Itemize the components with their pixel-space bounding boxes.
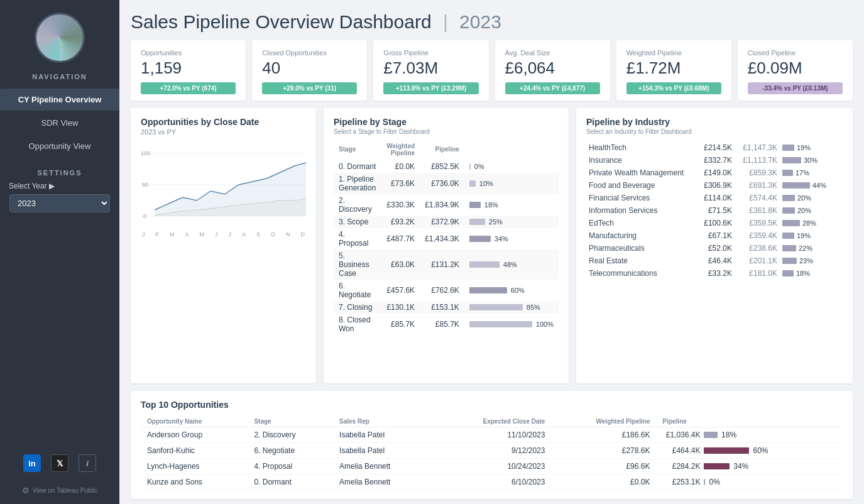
- stage-weighted: £63.0K: [381, 249, 420, 280]
- top10-table: Opportunity Name Stage Sales Rep Expecte…: [141, 416, 843, 490]
- stage-bar-cell: 100%: [464, 314, 559, 335]
- pipeline-industry-panel: Pipeline by Industry Select an Industry …: [576, 108, 853, 383]
- industry-val1: £71.5K: [689, 204, 735, 217]
- industry-name: Pharmaceuticals: [586, 242, 689, 255]
- nav-label: NAVIGATION: [32, 73, 87, 80]
- industry-row[interactable]: Pharmaceuticals £52.0K £238.6K 22%: [586, 242, 843, 255]
- industry-row[interactable]: Private Wealth Management £149.0K £859.3…: [586, 167, 843, 179]
- industry-name: EdTech: [586, 217, 689, 229]
- stage-row[interactable]: 8. Closed Won £85.7K £85.7K 100%: [334, 314, 559, 335]
- industry-val1: £33.2K: [689, 267, 735, 280]
- industry-row[interactable]: HealthTech £214.5K £1,147.3K 19%: [586, 141, 843, 154]
- linkedin-icon[interactable]: in: [23, 454, 41, 472]
- industry-val2: £574.4K: [735, 192, 780, 204]
- stage-weighted: £73.6K: [381, 173, 420, 194]
- industry-row[interactable]: Food and Beverage £306.9K £691.3K 44%: [586, 179, 843, 192]
- twitter-icon[interactable]: 𝕏: [51, 454, 68, 472]
- industry-row[interactable]: Telecommunications £33.2K £181.0K 18%: [586, 267, 843, 280]
- kpi-label-4: Weighted Pipeline: [626, 49, 721, 57]
- stage-pipeline: £85.7K: [420, 314, 464, 335]
- stage-bar-cell: 48%: [464, 249, 559, 280]
- stage-bar-cell: 60%: [464, 280, 559, 301]
- stage-row[interactable]: 2. Discovery £330.3K £1,834.9K 18%: [334, 194, 559, 216]
- top10-rep: Isabella Patel: [333, 427, 434, 443]
- stage-row[interactable]: 1. Pipeline Generation £73.6K £736.0K 10…: [334, 173, 559, 194]
- industry-row[interactable]: Financial Services £114.0K £574.4K 20%: [586, 192, 843, 204]
- sidebar-item-opportunity-view[interactable]: Opportunity View: [0, 135, 119, 157]
- tableau-public-link[interactable]: ⚙ View on Tableau Public: [22, 481, 97, 504]
- top10-weighted: £278.6K: [551, 443, 656, 459]
- industry-row[interactable]: Information Services £71.5K £361.8K 20%: [586, 204, 843, 217]
- logo: [35, 13, 85, 63]
- stage-row[interactable]: 4. Proposal £487.7K £1,434.3K 34%: [334, 228, 559, 249]
- stage-weighted: £0.0K: [381, 160, 420, 173]
- industry-val1: £67.1K: [689, 229, 735, 242]
- industry-row[interactable]: Insurance £332.7K £1,113.7K 30%: [586, 154, 843, 167]
- tableau-link-icon: ⚙: [22, 486, 30, 495]
- industry-val2: £1,147.3K: [735, 141, 780, 154]
- top10-close: 11/10/2023: [434, 427, 552, 443]
- industry-row[interactable]: EdTech £100.6K £359.5K 28%: [586, 217, 843, 229]
- industry-val2: £1,113.7K: [735, 154, 780, 167]
- industry-bar-cell: 44%: [780, 179, 843, 192]
- kpi-value-5: £0.09M: [748, 59, 843, 77]
- industry-table: HealthTech £214.5K £1,147.3K 19% Insuran…: [586, 141, 843, 280]
- settings-label: SETTINGS: [37, 169, 82, 177]
- kpi-avg-deal-size: Avg. Deal Size £6,064 +24.4% vs PY (£4,8…: [495, 40, 610, 101]
- stage-row[interactable]: 3. Scope £93.2K £372.9K 25%: [334, 216, 559, 228]
- stage-row[interactable]: 5. Business Case £63.0K £131.2K 48%: [334, 249, 559, 280]
- top10-row[interactable]: Anderson Group 2. Discovery Isabella Pat…: [141, 427, 843, 443]
- stage-weighted: £85.7K: [381, 314, 420, 335]
- kpi-label-2: Gross Pipeline: [383, 49, 478, 57]
- stage-name: 7. Closing: [334, 301, 381, 314]
- industry-name: Food and Beverage: [586, 179, 689, 192]
- sidebar-item-sdr-view[interactable]: SDR View: [0, 112, 119, 134]
- year-select[interactable]: 2023 2022 2021: [9, 194, 110, 212]
- svg-text:0: 0: [143, 213, 146, 219]
- top10-col-pipeline: Pipeline: [656, 416, 843, 427]
- industry-bar-cell: 20%: [780, 192, 843, 204]
- pipeline-stage-subtitle: Select a Stage to Filter Dashboard: [334, 128, 559, 135]
- kpi-row: Opportunities 1,159 +72.0% vs PY (674) C…: [131, 40, 853, 101]
- top10-weighted: £0.0K: [551, 474, 656, 490]
- industry-bar-cell: 19%: [780, 229, 843, 242]
- industry-name: Insurance: [586, 154, 689, 167]
- pipeline-col-header: Pipeline: [420, 141, 464, 160]
- top10-panel: Top 10 Opportunities Opportunity Name St…: [131, 391, 853, 499]
- kpi-label-5: Closed Pipeline: [748, 49, 843, 57]
- industry-val2: £691.3K: [735, 179, 780, 192]
- top10-pipeline-cell: £464.4K 60%: [656, 443, 843, 459]
- stage-bar-cell: 85%: [464, 301, 559, 314]
- industry-row[interactable]: Manufacturing £67.1K £359.4K 19%: [586, 229, 843, 242]
- select-year-label: Select Year ▶: [0, 182, 55, 190]
- stage-row[interactable]: 7. Closing £130.1K £153.1K 85%: [334, 301, 559, 314]
- dashboard-header: Sales Pipeline Overview Dashboard | 2023: [131, 11, 853, 33]
- stage-weighted: £487.7K: [381, 228, 420, 249]
- top10-row[interactable]: Lynch-Hagenes 4. Proposal Amelia Bennett…: [141, 459, 843, 474]
- industry-val2: £181.0K: [735, 267, 780, 280]
- x-axis-labels: J F M A M J J A S O N D: [141, 231, 306, 238]
- stage-bar-cell: 34%: [464, 228, 559, 249]
- kpi-value-2: £7.03M: [383, 59, 478, 77]
- stage-row[interactable]: 0. Dormant £0.0K £852.5K 0%: [334, 160, 559, 173]
- info-icon[interactable]: i: [79, 454, 96, 472]
- industry-row[interactable]: Real Estate £46.4K £201.1K 23%: [586, 255, 843, 267]
- top10-pipeline-cell: £253.1K 0%: [656, 474, 843, 490]
- top10-row[interactable]: Kunze and Sons 0. Dormant Amelia Bennett…: [141, 474, 843, 490]
- stage-pipeline: £131.2K: [420, 249, 464, 280]
- top10-stage: 0. Dormant: [248, 474, 333, 490]
- top10-col-rep: Sales Rep: [333, 416, 434, 427]
- top10-row[interactable]: Sanford-Kuhic 6. Negotiate Isabella Pate…: [141, 443, 843, 459]
- kpi-badge-5: -33.4% vs PY (£0.13M): [748, 82, 843, 94]
- industry-val2: £359.4K: [735, 229, 780, 242]
- kpi-badge-4: +154.3% vs PY (£0.68M): [626, 82, 721, 94]
- industry-bar-cell: 23%: [780, 255, 843, 267]
- sidebar-item-cy-pipeline-overview[interactable]: CY Pipeline Overview: [0, 89, 119, 111]
- main-content: Sales Pipeline Overview Dashboard | 2023…: [119, 0, 864, 504]
- industry-val2: £359.5K: [735, 217, 780, 229]
- stage-row[interactable]: 6. Negotiate £457.6K £762.6K 60%: [334, 280, 559, 301]
- kpi-weighted-pipeline: Weighted Pipeline £1.72M +154.3% vs PY (…: [616, 40, 731, 101]
- kpi-opportunities: Opportunities 1,159 +72.0% vs PY (674): [131, 40, 246, 101]
- title-pipe: |: [443, 11, 453, 32]
- industry-bar-cell: 19%: [780, 141, 843, 154]
